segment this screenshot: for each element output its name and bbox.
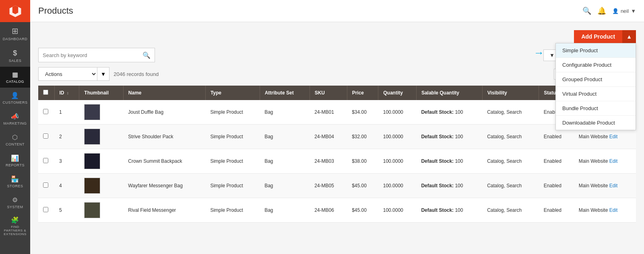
cell-thumbnail [79, 198, 124, 223]
thumbnail-image [84, 104, 100, 120]
cell-salable-quantity: Default Stock: 100 [416, 125, 482, 149]
cell-salable-quantity: Default Stock: 100 [416, 174, 482, 198]
sidebar-item-dashboard[interactable]: ⊞ Dashboard [0, 22, 30, 45]
th-attribute-set[interactable]: Attribute Set [260, 86, 310, 100]
cell-thumbnail [79, 125, 124, 149]
th-visibility[interactable]: Visibility [482, 86, 539, 100]
sidebar-item-marketing[interactable]: 📣 Marketing [0, 109, 30, 129]
cell-salable-quantity: Default Stock: 100 [416, 100, 482, 125]
row-checkbox[interactable] [43, 133, 48, 139]
cell-price: $45.00 [347, 198, 378, 223]
search-input[interactable] [43, 52, 142, 58]
sidebar-logo[interactable] [0, 0, 30, 22]
filters-left: 🔍 [38, 48, 155, 62]
sidebar-item-sales[interactable]: $ Sales [0, 45, 30, 67]
stores-icon: 🏪 [11, 175, 19, 183]
dropdown-item-downloadable[interactable]: Downloadable Product [556, 116, 636, 130]
cell-price: $45.00 [347, 174, 378, 198]
cell-thumbnail [79, 149, 124, 174]
cell-type: Simple Product [205, 149, 260, 174]
th-sku[interactable]: SKU [310, 86, 347, 100]
cell-quantity: 100.0000 [378, 100, 417, 125]
cell-id: 5 [54, 198, 79, 223]
actions-row: Actions Delete Change Status Update Attr… [38, 67, 636, 81]
th-name[interactable]: Name [123, 86, 205, 100]
row-checkbox[interactable] [43, 182, 48, 188]
dropdown-item-grouped[interactable]: Grouped Product [556, 72, 636, 87]
search-header-icon[interactable]: 🔍 [582, 6, 591, 15]
dropdown-item-bundle[interactable]: Bundle Product [556, 101, 636, 116]
edit-link[interactable]: Edit [609, 134, 618, 139]
thumbnail-image [84, 153, 100, 169]
sidebar-item-catalog[interactable]: ▦ Catalog [0, 67, 30, 88]
sidebar-item-customers[interactable]: 👤 Customers [0, 88, 30, 109]
user-dropdown-icon: ▼ [631, 8, 636, 14]
sidebar-item-system[interactable]: ⚙ System [0, 192, 30, 213]
actions-select[interactable]: Actions Delete Change Status Update Attr… [38, 67, 97, 81]
th-price[interactable]: Price [347, 86, 378, 100]
cell-name: Joust Duffle Bag [123, 100, 205, 125]
th-type[interactable]: Type [205, 86, 260, 100]
sort-icon-id: ↕ [67, 91, 69, 95]
blue-arrow-indicator: → [534, 47, 544, 59]
cell-status: Enabled [539, 149, 574, 174]
row-checkbox[interactable] [43, 158, 48, 163]
header-actions: 🔍 🔔 👤 neil ▼ [582, 6, 636, 15]
sidebar: ⊞ Dashboard $ Sales ▦ Catalog 👤 Customer… [0, 0, 30, 254]
cell-visibility: Catalog, Search [482, 149, 539, 174]
actions-left: Actions Delete Change Status Update Attr… [38, 67, 159, 81]
sidebar-item-content[interactable]: ⬡ Content [0, 129, 30, 150]
bell-icon[interactable]: 🔔 [597, 6, 606, 15]
main-content: Products 🔍 🔔 👤 neil ▼ Add Product ▲ [30, 0, 644, 254]
th-salable-quantity[interactable]: Salable Quantity [416, 86, 482, 100]
sidebar-item-reports[interactable]: 📊 Reports [0, 150, 30, 171]
cell-id: 2 [54, 125, 79, 149]
cell-checkbox [38, 174, 54, 198]
system-icon: ⚙ [12, 196, 18, 204]
dropdown-item-simple[interactable]: Simple Product [556, 43, 636, 58]
sidebar-item-marketing-label: Marketing [3, 121, 27, 125]
th-quantity[interactable]: Quantity [378, 86, 417, 100]
sidebar-item-system-label: System [7, 205, 23, 209]
edit-link[interactable]: Edit [609, 158, 618, 164]
sidebar-item-find-partners[interactable]: 🧩 Find Partners & Extensions [0, 213, 30, 239]
sidebar-item-sales-label: Sales [9, 59, 22, 63]
dropdown-item-configurable[interactable]: Configurable Product [556, 58, 636, 72]
th-id[interactable]: ID ↕ [54, 86, 79, 100]
add-product-arrow-button[interactable]: ▲ [622, 30, 636, 43]
cell-attribute-set: Bag [260, 149, 310, 174]
sales-icon: $ [13, 49, 17, 57]
search-box: 🔍 [38, 48, 155, 62]
row-checkbox[interactable] [43, 207, 48, 212]
sidebar-item-find-partners-label: Find Partners & Extensions [2, 225, 28, 236]
cell-status: Enabled [539, 174, 574, 198]
add-product-dropdown: → Simple Product Configurable Product Gr… [555, 43, 636, 130]
edit-link[interactable]: Edit [609, 183, 618, 188]
sidebar-item-catalog-label: Catalog [6, 80, 24, 84]
user-menu[interactable]: 👤 neil ▼ [612, 8, 636, 14]
row-checkbox[interactable] [43, 109, 48, 114]
thumbnail-image [84, 178, 100, 194]
search-icon[interactable]: 🔍 [142, 51, 151, 59]
sidebar-item-stores-label: Stores [7, 184, 23, 188]
cell-visibility: Catalog, Search [482, 198, 539, 223]
select-all-checkbox[interactable] [43, 90, 48, 95]
table-row: 1 Joust Duffle Bag Simple Product Bag 24… [38, 100, 636, 125]
sidebar-item-stores[interactable]: 🏪 Stores [0, 171, 30, 192]
content-area: Add Product ▲ → Simple Product Configura… [30, 22, 644, 254]
find-partners-icon: 🧩 [11, 216, 19, 224]
cell-quantity: 100.0000 [378, 174, 417, 198]
cell-quantity: 100.0000 [378, 149, 417, 174]
marketing-icon: 📣 [11, 113, 19, 120]
cell-id: 1 [54, 100, 79, 125]
cell-type: Simple Product [205, 174, 260, 198]
add-product-button[interactable]: Add Product [574, 30, 622, 43]
cell-attribute-set: Bag [260, 174, 310, 198]
actions-arrow-button[interactable]: ▼ [97, 67, 109, 81]
toolbar-right: Add Product ▲ → Simple Product Configura… [574, 30, 636, 43]
dropdown-item-virtual[interactable]: Virtual Product [556, 87, 636, 101]
edit-link[interactable]: Edit [609, 207, 618, 213]
cell-checkbox [38, 100, 54, 125]
cell-sku: 24-MB05 [310, 174, 347, 198]
cell-visibility: Catalog, Search [482, 174, 539, 198]
